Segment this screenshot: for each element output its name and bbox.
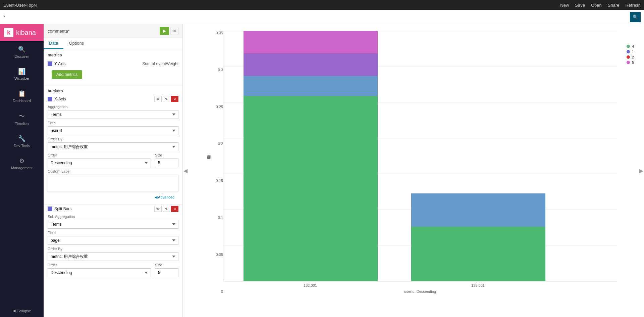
split-bars-eye-button[interactable]: 👁 xyxy=(154,206,162,212)
y-label-010: 0.1 xyxy=(218,216,223,220)
sidebar-item-visualize[interactable]: 📊 Visualize xyxy=(0,63,44,85)
new-button[interactable]: New xyxy=(560,3,569,8)
y-label-025: 0.25 xyxy=(216,105,223,109)
split-size-input[interactable] xyxy=(155,268,178,277)
y-axis-labels: 0.35 0.3 0.25 0.2 0.15 0.1 0.05 0 xyxy=(210,31,223,293)
sidebar-item-dashboard[interactable]: 📋 Dashboard xyxy=(0,85,44,107)
split-subagg-select[interactable]: Terms xyxy=(48,220,178,229)
x-aggregation-label: Aggregation xyxy=(48,105,178,109)
bar-segment-pink-1 xyxy=(244,31,378,53)
discover-icon: 🔍 xyxy=(18,46,25,53)
x-axis-delete-button[interactable]: ✕ xyxy=(171,96,178,102)
sidebar-item-devtools[interactable]: 🔧 Dev Tools xyxy=(0,130,44,152)
tab-data[interactable]: Data xyxy=(44,38,63,49)
y-label-035: 0.35 xyxy=(216,31,223,35)
chart-content: 0.35 0.3 0.25 0.2 0.15 0.1 0.05 0 用户综合权重 xyxy=(183,24,644,317)
x-advanced-link[interactable]: ◀ Advanced xyxy=(48,194,178,202)
panel-tabs: Data Options xyxy=(44,38,182,49)
sidebar-item-discover[interactable]: 🔍 Discover xyxy=(0,41,44,63)
split-bars-bucket: Split Bars 👁 ✎ ✕ Sub Aggregation Terms xyxy=(44,205,182,281)
timelion-icon: 〜 xyxy=(19,112,25,120)
add-metrics-container: Add metrics xyxy=(44,68,182,86)
chart-nav-left[interactable]: ◀ xyxy=(183,168,187,174)
x-size-input[interactable] xyxy=(155,158,178,167)
x-orderby-select[interactable]: metric: 用户综合权重 xyxy=(48,142,178,151)
split-bars-delete-button[interactable]: ✕ xyxy=(171,206,178,212)
x-aggregation-group: Aggregation Terms xyxy=(48,105,178,121)
logo-k-icon: k xyxy=(4,28,13,37)
split-order-group: Order Descending xyxy=(48,263,151,277)
split-size-group: Size xyxy=(155,263,178,277)
bar-segment-blue-2 xyxy=(411,193,545,227)
sidebar-item-timelion[interactable]: 〜 Timelion xyxy=(0,107,44,130)
run-button[interactable]: ▶ xyxy=(160,27,169,35)
x-label-132001: 132,001 xyxy=(243,283,377,287)
split-orderby-select[interactable]: metric: 用户综合权重 xyxy=(48,252,178,261)
x-order-group: Order Descending xyxy=(48,153,151,167)
collapse-label: Collapse xyxy=(17,309,31,313)
y-axis-left: Y-Axis xyxy=(48,61,66,66)
split-orderby-label: Order By xyxy=(48,247,178,251)
y-axis-label: Y-Axis xyxy=(54,61,66,66)
top-bar: Event-User-TopN New Save Open Share Refr… xyxy=(0,0,644,10)
nav-spacer xyxy=(0,175,44,305)
split-order-select[interactable]: Descending xyxy=(48,268,151,277)
split-field-label: Field xyxy=(48,231,178,235)
x-axis-controls: 👁 ✎ ✕ xyxy=(154,96,178,102)
bar-segment-green-2 xyxy=(411,227,545,281)
logo-area: k kibana xyxy=(0,24,44,41)
chart-body: 用户综合权重 xyxy=(223,31,617,293)
close-panel-button[interactable]: ✕ xyxy=(170,27,178,35)
x-label-133001: 133,001 xyxy=(411,283,545,287)
search-button[interactable]: 🔍 xyxy=(630,12,641,22)
x-custom-label-input[interactable] xyxy=(48,175,178,191)
split-bars-left: Split Bars xyxy=(48,207,71,211)
share-button[interactable]: Share xyxy=(608,3,620,8)
search-input[interactable] xyxy=(3,14,630,19)
add-metrics-button[interactable]: Add metrics xyxy=(52,70,82,79)
x-order-select[interactable]: Descending xyxy=(48,158,151,167)
x-axis-eye-button[interactable]: 👁 xyxy=(154,96,162,102)
sidebar-nav: k kibana 🔍 Discover 📊 Visualize 📋 Dashbo… xyxy=(0,24,44,317)
y-label-015: 0.15 xyxy=(216,179,223,183)
sidebar-item-visualize-label: Visualize xyxy=(14,77,29,81)
y-label-005: 0.05 xyxy=(216,253,223,257)
x-order-label: Order xyxy=(48,153,151,157)
x-aggregation-select[interactable]: Terms xyxy=(48,110,178,119)
x-axis-labels: 132,001 133,001 xyxy=(223,281,617,287)
split-field-select[interactable]: page xyxy=(48,236,178,245)
split-order-label: Order xyxy=(48,263,151,267)
refresh-button[interactable]: Refresh xyxy=(625,3,641,8)
chart-nav-right[interactable]: ▶ xyxy=(639,168,643,174)
sidebar-item-devtools-label: Dev Tools xyxy=(14,144,30,148)
save-button[interactable]: Save xyxy=(575,3,585,8)
x-axis-subtitle: userId: Descending xyxy=(223,289,617,293)
bar-segment-purple-1 xyxy=(244,53,378,76)
x-field-select[interactable]: userId xyxy=(48,126,178,135)
x-axis-indicator xyxy=(48,97,52,101)
tab-options[interactable]: Options xyxy=(63,38,89,49)
metrics-label: metrics xyxy=(44,49,182,59)
split-order-size-row: Order Descending Size xyxy=(48,263,178,279)
management-icon: ⚙ xyxy=(19,157,24,165)
open-button[interactable]: Open xyxy=(591,3,602,8)
sidebar-item-management[interactable]: ⚙ Management xyxy=(0,152,44,175)
bar-group-1 xyxy=(244,31,378,281)
y-axis-value: Sum of eventWeight xyxy=(142,61,178,66)
left-panel: commenta* ▶ ✕ Data Options metrics Y-Axi… xyxy=(44,24,183,317)
sidebar-item-timelion-label: Timelion xyxy=(15,122,29,126)
split-bars-edit-button[interactable]: ✎ xyxy=(163,206,170,212)
x-axis-edit-button[interactable]: ✎ xyxy=(163,96,170,102)
x-axis-label: X-Axis xyxy=(54,97,66,101)
logo-text: kibana xyxy=(16,29,36,37)
x-field-label: Field xyxy=(48,121,178,125)
y-label-020: 0.2 xyxy=(218,142,223,146)
split-bars-label: Split Bars xyxy=(54,207,71,211)
x-size-label: Size xyxy=(155,153,178,157)
search-bar: 🔍 xyxy=(0,10,644,24)
x-orderby-label: Order By xyxy=(48,137,178,141)
visualize-icon: 📊 xyxy=(18,68,25,75)
x-field-group: Field userId xyxy=(48,121,178,137)
split-subagg-label: Sub Aggregation xyxy=(48,215,178,219)
collapse-button[interactable]: ◀ Collapse xyxy=(0,305,44,317)
